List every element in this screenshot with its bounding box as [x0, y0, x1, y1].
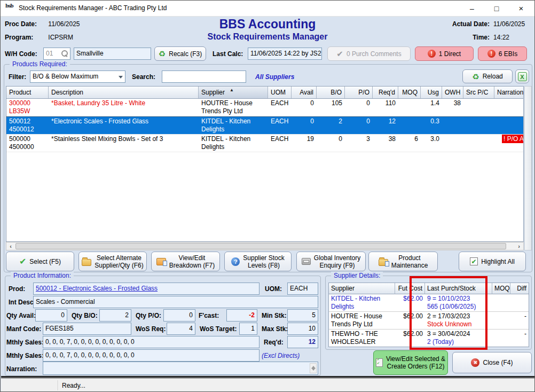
status-bar: Ready...: [1, 378, 535, 392]
recycle-icon: ♻: [472, 73, 479, 81]
view-edit-breakdown-button[interactable]: View/EditBreakdown (F7): [151, 252, 220, 271]
scroll-right-icon[interactable]: ›: [515, 242, 523, 250]
scroll-spinner[interactable]: [310, 363, 317, 373]
col-header-diff[interactable]: Diff: [510, 283, 529, 294]
actual-date-value: 11/06/2025: [490, 20, 529, 28]
table-row-selected[interactable]: 5000124500012 *Electronic Scales - Frost…: [6, 116, 523, 135]
supplier-stock-levels-button[interactable]: ? Supplier StockLevels (F8): [224, 252, 292, 271]
narration-textarea[interactable]: [43, 362, 318, 375]
cell-avail: 0: [292, 99, 317, 116]
scroll-left-icon[interactable]: ‹: [6, 242, 15, 250]
col-header-uom[interactable]: UOM: [268, 87, 292, 98]
supplier-row[interactable]: KITDEL - KitchenDelights $62.00 9 = 10/1…: [329, 294, 529, 312]
alt-supplier-label: Select AlternateSupplier/Qty (F6): [95, 254, 143, 269]
recalc-button[interactable]: ♻ Recalc (F3): [154, 46, 206, 61]
cell-narration: ! P/O Alerts E: [494, 135, 523, 152]
cell-description: *Stainless Steel Mixing Bowls - Set of 3: [49, 135, 199, 152]
ebis-alert-button[interactable]: ! 6 EBIs: [478, 46, 527, 61]
table-row[interactable]: 300000LB35W *Basket, Laundry 35 Litre - …: [6, 99, 523, 116]
cell-last-purch: 2 = 17/03/2023Stock Unknown: [425, 312, 492, 329]
col-header-usg[interactable]: Usg: [421, 87, 442, 98]
cell-po: 0: [345, 99, 373, 116]
highlight-all-button[interactable]: ✔ Highlight All: [459, 252, 526, 271]
cell-owh: [442, 135, 463, 152]
fcast-field: -2: [226, 309, 257, 322]
grid-header-row: Product Description Supplier▲ UOM Avail …: [6, 87, 523, 99]
col-header-po[interactable]: P/O: [345, 87, 373, 98]
warehouse-name-field[interactable]: Smallville: [74, 48, 151, 60]
reload-button[interactable]: ♻ Reload: [462, 69, 513, 83]
excel-icon: X: [518, 72, 527, 81]
select-alternate-supplier-button[interactable]: Select AlternateSupplier/Qty (F6): [78, 252, 147, 271]
search-lookup-icon[interactable]: [61, 50, 68, 57]
prod-link-field[interactable]: 500012 - Electronic Scales - Frosted Gla…: [33, 283, 259, 295]
global-inventory-enquiry-button[interactable]: Global InventoryEnquiry (F9): [296, 252, 366, 271]
col-header-avail[interactable]: Avail: [292, 87, 317, 98]
close-x-icon: ✖: [471, 358, 479, 367]
wh-code-field[interactable]: 01: [43, 48, 70, 60]
col-header-srcpc[interactable]: Src P/C: [463, 87, 494, 98]
supplier-row[interactable]: THEWHO - THEWHOLESALER $62.00 3 = 30/04/…: [329, 330, 529, 347]
cell-supplier: KITDEL - KitchenDelights: [199, 117, 268, 134]
table-row[interactable]: 5000004500000 *Stainless Steel Mixing Bo…: [6, 135, 523, 152]
view-edit-create-orders-button[interactable]: View/Edit Selected &Create Orders (F12): [373, 350, 448, 375]
folder-edit-icon: [82, 259, 91, 266]
fcast-label: F'cast:: [199, 312, 219, 319]
col-header-product[interactable]: Product: [6, 87, 49, 98]
col-header-fut-cost[interactable]: Fut Cost: [395, 283, 425, 294]
horizontal-scrollbar[interactable]: ‹ ›: [6, 242, 524, 250]
col-header-last-purch[interactable]: Last Purch/Stock: [425, 283, 492, 294]
maximize-button[interactable]: □: [484, 1, 509, 17]
int-desc-field[interactable]: Scales - Commercial: [33, 296, 318, 308]
cell-moq: [492, 294, 510, 311]
cell-description: *Basket, Laundry 35 Litre - White: [49, 99, 199, 116]
time-value: 14:22: [490, 34, 529, 41]
breakdown-windows-icon: [156, 258, 166, 265]
supplier-row[interactable]: HOUTRE - HouseTrends Pty Ltd $62.00 2 = …: [329, 312, 529, 330]
wh-code-value: 01: [46, 50, 53, 57]
cell-owh: [442, 117, 463, 134]
cell-last-purch: 3 = 30/04/20242 (Today): [425, 330, 492, 347]
export-excel-button[interactable]: X: [515, 69, 529, 83]
close-button[interactable]: ✖ Close (F4): [452, 352, 532, 373]
search-input[interactable]: [162, 70, 246, 83]
cell-usg: 0.3: [421, 117, 442, 134]
select-button[interactable]: ✔ Select (F5): [6, 252, 74, 271]
col-header-supplier[interactable]: Supplier: [329, 283, 395, 294]
scrollbar-thumb[interactable]: [15, 243, 506, 249]
spin-down-icon[interactable]: [311, 368, 316, 371]
manf-code-label: Manf Code:: [6, 325, 41, 333]
col-header-owh[interactable]: OWH: [442, 87, 463, 98]
product-link[interactable]: 500012 - Electronic Scales - Frosted Gla…: [36, 285, 158, 292]
col-header-moq[interactable]: MOQ: [492, 283, 510, 294]
direct-alert-button[interactable]: ! 1 Direct: [415, 46, 474, 61]
cell-usg: 1.4: [421, 99, 442, 116]
col-header-moq[interactable]: MOQ: [398, 87, 421, 98]
cell-diff: [510, 294, 529, 311]
last-calc-field: 11/06/2025 14:22 by JS2: [248, 48, 322, 60]
purch-comments-button[interactable]: ✔ 0 Purch Comments: [327, 46, 411, 61]
supplier-details-table: Supplier Fut Cost Last Purch/Stock MOQ D…: [328, 283, 529, 347]
col-header-bo[interactable]: B/O: [317, 87, 345, 98]
status-divider: [58, 380, 58, 390]
cell-owh: 38: [442, 99, 463, 116]
mthly-sales-label-2: Mthly Sales:: [6, 352, 44, 359]
excl-directs-label: (Excl Directs): [262, 352, 300, 359]
close-window-button[interactable]: ×: [509, 1, 533, 17]
min-stk-label: Min Stk:: [262, 312, 287, 319]
checkmark-icon: ✔: [336, 50, 343, 58]
col-header-reqd[interactable]: Req'd: [373, 87, 398, 98]
title-bar: bsb Stock Requirements Manager - ABC Tra…: [1, 1, 534, 17]
col-header-description[interactable]: Description: [49, 87, 199, 98]
mthly-sales-field-1: 0, 0, 0, 7, 0, 0, 0, 0, 0, 0, 0, 0, 0: [43, 336, 259, 348]
wos-req-label: WoS Req:: [136, 325, 166, 333]
minimize-button[interactable]: –: [460, 1, 484, 17]
wh-code-label: W/H Code:: [5, 50, 37, 58]
manf-code-field[interactable]: FGES185: [43, 323, 131, 335]
filter-dropdown[interactable]: B/O & Below Maximum: [30, 70, 125, 83]
col-header-narration[interactable]: Narration: [494, 87, 523, 98]
col-header-supplier[interactable]: Supplier▲: [199, 87, 268, 98]
vertical-scrollbar[interactable]: [524, 86, 532, 250]
product-maintenance-button[interactable]: ProductMaintenance: [368, 252, 438, 271]
cell-srcpc: [463, 99, 494, 116]
